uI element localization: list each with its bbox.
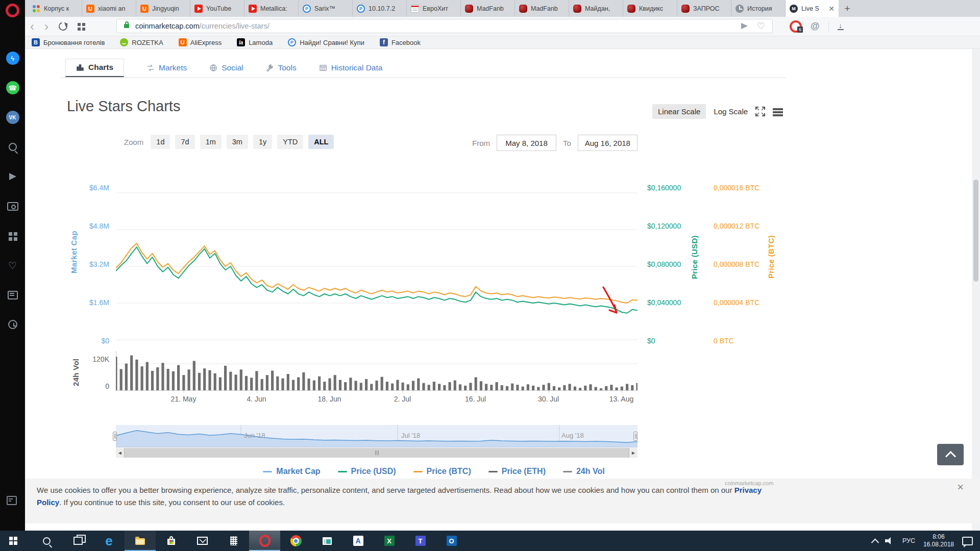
- browser-tab[interactable]: ЕвроХит: [407, 0, 461, 17]
- excel-icon[interactable]: [374, 531, 405, 551]
- legend-item[interactable]: Price (BTC): [413, 467, 471, 476]
- opera-extension-icon[interactable]: 6: [790, 20, 802, 33]
- speed-dial-icon[interactable]: [6, 229, 20, 243]
- account-icon[interactable]: @: [811, 21, 820, 32]
- back-button[interactable]: ‹: [30, 20, 34, 33]
- scroll-to-top-button[interactable]: [937, 444, 964, 465]
- browser-tab[interactable]: Metallica:: [244, 0, 299, 17]
- browser-tab[interactable]: 10.10.7.2: [353, 0, 407, 17]
- snipping-tool-icon[interactable]: [311, 531, 342, 551]
- legend-item[interactable]: Market Cap: [263, 467, 320, 476]
- app-t-icon[interactable]: [405, 531, 436, 551]
- navigator-right-handle[interactable]: [633, 432, 638, 441]
- search-icon[interactable]: [6, 140, 20, 154]
- page-nav-tab[interactable]: Charts: [65, 59, 124, 77]
- bookmark-item[interactable]: Найди! Сравни! Купи: [288, 38, 364, 46]
- calculator-icon[interactable]: [218, 531, 249, 551]
- zoom-range-button[interactable]: 1m: [200, 135, 222, 149]
- outlook-icon[interactable]: [436, 531, 467, 551]
- zoom-range-button[interactable]: ALL: [308, 135, 334, 149]
- share-icon[interactable]: [741, 23, 748, 29]
- scroll-left-arrow[interactable]: ◄: [116, 448, 124, 458]
- vk-icon[interactable]: [6, 110, 20, 124]
- to-date-input[interactable]: Aug 16, 2018: [578, 135, 638, 151]
- forward-button[interactable]: ›: [44, 20, 48, 33]
- browser-tab[interactable]: История: [731, 0, 786, 17]
- page-scrollbar-thumb[interactable]: [973, 180, 978, 282]
- browser-tab[interactable]: YouTube: [190, 0, 244, 17]
- chart-scrollbar[interactable]: ◄ ►: [116, 448, 638, 458]
- zoom-range-button[interactable]: 1y: [253, 135, 272, 149]
- page-nav-tab[interactable]: Tools: [265, 63, 296, 72]
- linear-scale-button[interactable]: Linear Scale: [652, 104, 706, 119]
- browser-tab[interactable]: MadFanb: [461, 0, 515, 17]
- action-center-icon[interactable]: [962, 537, 973, 545]
- personal-news-icon[interactable]: [6, 288, 20, 302]
- browser-tab-active[interactable]: Live S ✕: [786, 0, 839, 17]
- whatsapp-icon[interactable]: [6, 81, 20, 95]
- page-scrollbar-track[interactable]: [972, 49, 980, 531]
- tab-close-icon[interactable]: ✕: [828, 5, 835, 12]
- messenger-icon[interactable]: [6, 51, 20, 65]
- legend-item[interactable]: Price (USD): [338, 467, 396, 476]
- log-scale-button[interactable]: Log Scale: [714, 107, 748, 116]
- opera-icon[interactable]: [249, 531, 280, 551]
- browser-tab[interactable]: Майдан,: [569, 0, 623, 17]
- file-explorer-icon[interactable]: [125, 531, 156, 551]
- legend-item[interactable]: 24h Vol: [563, 467, 605, 476]
- language-indicator[interactable]: РУС: [902, 537, 915, 544]
- browser-tab[interactable]: Корпус к: [28, 0, 82, 17]
- zoom-range-button[interactable]: 7d: [175, 135, 194, 149]
- browser-tab[interactable]: Квидикс: [623, 0, 677, 17]
- mail-icon[interactable]: [187, 531, 218, 551]
- bookmark-item[interactable]: ROZETKA: [120, 38, 163, 46]
- bookmark-item[interactable]: Бронювання готелів: [32, 38, 105, 46]
- task-view-button[interactable]: [62, 531, 93, 551]
- browser-tab[interactable]: xiaomi an: [82, 0, 136, 17]
- history-icon[interactable]: [6, 317, 20, 332]
- legend-item[interactable]: Price (ETH): [488, 467, 546, 476]
- scrollbar-thumb[interactable]: [124, 448, 629, 458]
- speed-dial-button[interactable]: [78, 23, 81, 26]
- bookmark-item[interactable]: Facebook: [380, 38, 421, 46]
- app-a-icon[interactable]: [342, 531, 374, 551]
- store-icon[interactable]: [156, 531, 187, 551]
- main-chart-plot[interactable]: [116, 153, 638, 393]
- chart-menu-icon[interactable]: [773, 108, 783, 110]
- start-button[interactable]: [0, 531, 31, 551]
- zoom-range-button[interactable]: 1d: [151, 135, 170, 149]
- zoom-range-button[interactable]: YTD: [277, 135, 303, 149]
- cookie-close-icon[interactable]: ×: [957, 481, 964, 494]
- navigator-left-handle[interactable]: [113, 432, 117, 441]
- browser-tab[interactable]: ЗАПРОС: [677, 0, 731, 17]
- reload-button[interactable]: [57, 20, 69, 32]
- new-tab-button[interactable]: +: [839, 0, 856, 17]
- page-nav-tab[interactable]: Historical Data: [319, 63, 383, 72]
- bookmark-item[interactable]: AliExpress: [179, 38, 222, 46]
- page-nav-tab[interactable]: Social: [209, 63, 243, 72]
- clock[interactable]: 8:06 16.08.2018: [923, 533, 954, 548]
- my-flow-icon[interactable]: [6, 169, 20, 184]
- bookmarks-icon[interactable]: [6, 258, 20, 272]
- page-nav-tab[interactable]: Markets: [146, 63, 187, 72]
- sidebar-setup-icon[interactable]: [7, 496, 17, 505]
- browser-tab[interactable]: Jingyuqin: [136, 0, 190, 17]
- chrome-icon[interactable]: [280, 531, 311, 551]
- secure-lock-icon[interactable]: [124, 24, 129, 28]
- bookmark-heart-icon[interactable]: ♡: [757, 20, 765, 32]
- scroll-right-arrow[interactable]: ►: [629, 448, 638, 458]
- address-bar[interactable]: coinmarketcap.com /currencies/live-stars…: [116, 19, 773, 33]
- from-date-input[interactable]: May 8, 2018: [497, 135, 556, 151]
- browser-tab[interactable]: Sarix™: [299, 0, 353, 17]
- range-navigator[interactable]: [116, 425, 638, 447]
- hidden-icons-chevron[interactable]: [871, 538, 879, 546]
- search-button[interactable]: [31, 531, 62, 551]
- downloads-button[interactable]: ↓: [838, 23, 844, 30]
- instagram-icon[interactable]: [6, 199, 20, 213]
- volume-icon[interactable]: [885, 537, 894, 544]
- bookmark-item[interactable]: Lamoda: [237, 38, 273, 46]
- browser-tab[interactable]: MadFanb: [515, 0, 569, 17]
- fullscreen-icon[interactable]: [755, 107, 765, 116]
- zoom-range-button[interactable]: 3m: [227, 135, 248, 149]
- opera-logo-icon[interactable]: [6, 4, 19, 17]
